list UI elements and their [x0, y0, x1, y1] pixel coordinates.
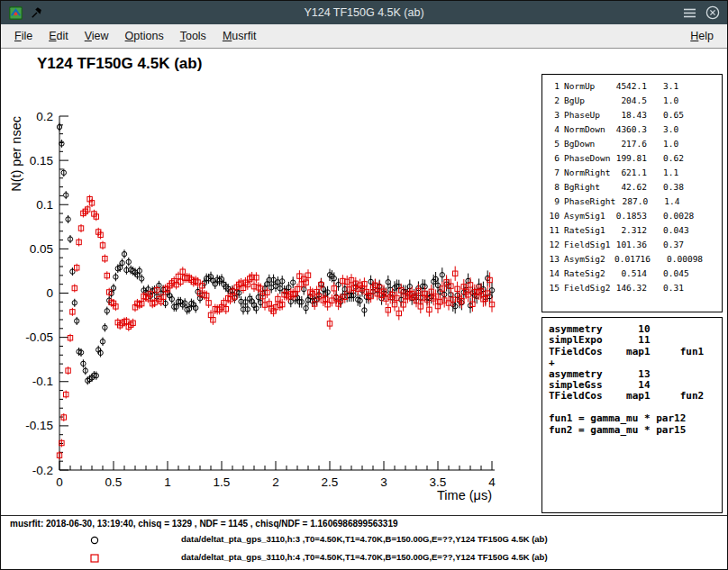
param-name: BgUp [564, 94, 614, 108]
svg-text:0.05: 0.05 [30, 242, 53, 256]
svg-text:0: 0 [56, 475, 63, 489]
param-error: 0.37 [663, 238, 684, 252]
window-title: Y124 TF150G 4.5K (ab) [1, 6, 727, 19]
svg-text:3: 3 [380, 475, 387, 489]
y-axis-label: N(t) per nsec [9, 116, 23, 192]
data-series-layer [57, 123, 494, 459]
footer-divider [1, 515, 727, 516]
menu-item-tools[interactable]: Tools [172, 27, 214, 45]
theory-line: TFieldCos map1 fun1 [549, 347, 722, 357]
param-name: PhaseRight [564, 195, 615, 209]
param-name: BgRight [564, 180, 614, 195]
parameter-row: 3PhaseUp18.430.65 [548, 108, 722, 122]
theory-line: simplExpo 11 [549, 335, 722, 346]
plot-canvas[interactable]: -0.2-0.15-0.1-0.0500.050.10.150.200.511.… [1, 49, 538, 515]
menu-item-musrfit[interactable]: Musrfit [214, 27, 265, 45]
menu-item-file[interactable]: File [6, 27, 41, 45]
svg-text:-0.2: -0.2 [32, 464, 53, 477]
parameter-row: 12FieldSig1101.360.37 [548, 238, 722, 252]
titlebar-left-icons [8, 5, 44, 20]
param-name: NormDown [564, 122, 614, 137]
param-name: AsymSig1 [564, 209, 614, 223]
svg-text:0.1: 0.1 [36, 198, 53, 212]
root-canvas[interactable]: Y124 TF150G 4.5K (ab) -0.2-0.15-0.1-0.05… [1, 49, 727, 569]
svg-text:-0.05: -0.05 [25, 330, 53, 344]
theory-line: fun1 = gamma_mu * par12 [549, 413, 722, 424]
param-number: 8 [548, 180, 560, 195]
parameter-row: 10AsymSig10.18530.0028 [548, 209, 722, 223]
parameter-row: 13AsymSig20.017160.00098 [548, 252, 722, 267]
svg-text:0.15: 0.15 [30, 154, 53, 167]
theory-line: + [549, 357, 722, 368]
param-error: 1.0 [663, 137, 678, 151]
param-value: 4542.1 [614, 79, 647, 94]
svg-text:1: 1 [164, 475, 171, 489]
param-name: FieldSig1 [564, 238, 614, 252]
param-number: 9 [548, 195, 560, 209]
svg-text:3.5: 3.5 [430, 475, 447, 489]
param-error: 1.0 [663, 94, 678, 108]
menu-item-view[interactable]: View [77, 27, 117, 45]
param-name: RateSig1 [564, 223, 614, 238]
param-error: 0.043 [663, 223, 689, 238]
param-number: 2 [548, 94, 560, 108]
param-value: 101.36 [614, 238, 647, 252]
param-number: 7 [548, 166, 560, 180]
parameter-row: 14RateSig20.5140.045 [548, 267, 722, 281]
menu-item-edit[interactable]: Edit [41, 27, 77, 45]
param-value: 146.32 [614, 281, 647, 295]
svg-text:-0.15: -0.15 [25, 419, 53, 432]
window-menu-icon[interactable] [682, 5, 696, 20]
param-value: 2.312 [614, 223, 647, 238]
legend-row: data/deltat_pta_gps_3110,h:4 ,T0=4.50K,T… [1, 549, 727, 565]
svg-text:4: 4 [488, 475, 496, 489]
param-name: BgDown [564, 137, 614, 151]
legend-marker-square-icon [89, 551, 100, 567]
param-name: NormUp [564, 79, 614, 94]
param-error: 0.00098 [667, 252, 703, 267]
window-close-icon[interactable] [705, 5, 720, 20]
fit-status-line: musrfit: 2018-06-30, 13:19:40, chisq = 1… [10, 519, 398, 529]
param-value: 0.514 [614, 267, 647, 281]
param-error: 0.65 [663, 108, 684, 122]
param-number: 12 [548, 238, 560, 252]
param-number: 11 [548, 223, 560, 238]
param-error: 1.1 [663, 166, 678, 180]
parameter-row: 2BgUp204.51.0 [548, 94, 722, 108]
parameter-row: 11RateSig12.3120.043 [548, 223, 722, 238]
titlebar-right-icons [682, 5, 720, 20]
param-number: 6 [548, 151, 560, 166]
param-name: FieldSig2 [564, 281, 614, 295]
parameter-row: 9PhaseRight287.01.4 [548, 195, 722, 209]
app-icon[interactable] [8, 5, 23, 20]
parameter-row: 8BgRight42.620.38 [548, 180, 722, 195]
parameter-row: 4NormDown4360.33.0 [548, 122, 722, 137]
menu-item-options[interactable]: Options [117, 27, 172, 45]
param-name: AsymSig2 [564, 252, 614, 267]
param-error: 0.38 [663, 180, 684, 195]
theory-line: TFieldCos map1 fun2 [549, 391, 722, 402]
param-value: 217.6 [614, 137, 647, 151]
pin-icon[interactable] [30, 5, 44, 20]
series-circles [57, 123, 494, 385]
x-axis-label: Time (μs) [437, 488, 492, 502]
param-number: 13 [548, 252, 560, 267]
parameter-row: 6PhaseDown199.810.62 [548, 151, 722, 166]
svg-text:1.5: 1.5 [214, 475, 231, 489]
titlebar[interactable]: Y124 TF150G 4.5K (ab) [1, 1, 727, 24]
svg-text:0: 0 [46, 286, 53, 300]
series-squares [57, 195, 494, 460]
svg-text:2.5: 2.5 [322, 475, 339, 489]
svg-text:0.2: 0.2 [36, 110, 53, 123]
musrview-window: Y124 TF150G 4.5K (ab) File [0, 0, 728, 570]
param-value: 18.43 [614, 108, 647, 122]
param-value: 0.01716 [614, 252, 651, 267]
param-name: PhaseDown [564, 151, 614, 166]
theory-line: fun2 = gamma_mu * par15 [549, 425, 722, 436]
param-number: 15 [548, 281, 560, 295]
menu-item-help[interactable]: Help [682, 27, 722, 45]
svg-text:-0.1: -0.1 [32, 375, 53, 388]
parameter-row: 1NormUp4542.13.1 [548, 79, 722, 94]
param-number: 5 [548, 137, 560, 151]
param-error: 0.31 [663, 281, 684, 295]
